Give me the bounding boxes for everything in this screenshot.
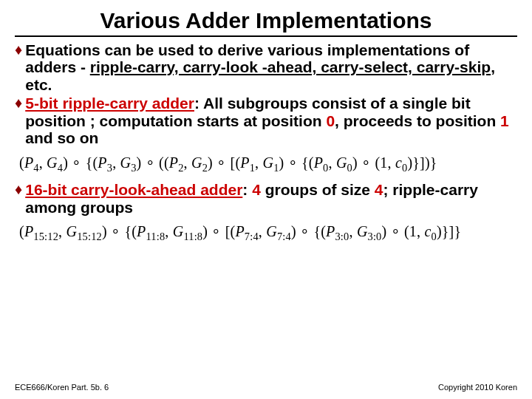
bullet-2-p2: , proceeds to position xyxy=(335,112,500,129)
footer: ECE666/Koren Part. 5b. 6 Copyright 2010 … xyxy=(15,383,517,392)
bullet-3: ♦ 16-bit carry-look-ahead adder: 4 group… xyxy=(15,181,517,216)
bullet-2-text: 5-bit ripple-carry adder: All subgroups … xyxy=(25,95,517,147)
diamond-icon: ♦ xyxy=(15,41,25,58)
bullet-3-text: 16-bit carry-look-ahead adder: 4 groups … xyxy=(25,181,517,216)
bullet-1-text: Equations can be used to derive various … xyxy=(25,41,517,94)
bullet-3-p2: groups of size xyxy=(261,181,375,198)
bullet-2-p3: and so on xyxy=(25,129,98,146)
equation-1: (P4, G4) ∘ {(P3, G3) ∘ ((P2, G2) ∘ [(P1,… xyxy=(19,154,517,171)
footer-left: ECE666/Koren Part. 5b. 6 xyxy=(15,383,109,392)
bullet-3-r0: 4 xyxy=(252,181,261,198)
bullet-2-r1: 1 xyxy=(500,112,509,129)
diamond-icon: ♦ xyxy=(15,181,25,198)
equation-2: (P15:12, G15:12) ∘ {(P11:8, G11:8) ∘ [(P… xyxy=(19,223,517,239)
slide-title: Various Adder Implementations xyxy=(15,9,517,33)
bullet-2: ♦ 5-bit ripple-carry adder: All subgroup… xyxy=(15,95,517,147)
bullet-2-redu: 5-bit ripple-carry adder xyxy=(25,95,194,112)
footer-right: Copyright 2010 Koren xyxy=(438,383,517,392)
bullet-1: ♦ Equations can be used to derive variou… xyxy=(15,41,517,94)
bullet-2-r0: 0 xyxy=(326,112,335,129)
slide-body: ♦ Equations can be used to derive variou… xyxy=(15,41,517,240)
bullet-1-underline: ripple-carry, carry-look -ahead, carry-s… xyxy=(90,58,491,75)
title-underline xyxy=(15,35,517,37)
bullet-3-r1: 4 xyxy=(375,181,383,198)
diamond-icon: ♦ xyxy=(15,95,25,112)
slide: Various Adder Implementations ♦ Equation… xyxy=(0,0,532,399)
bullet-3-redu: 16-bit carry-look-ahead adder xyxy=(25,181,242,198)
bullet-3-p1: : xyxy=(242,181,252,198)
